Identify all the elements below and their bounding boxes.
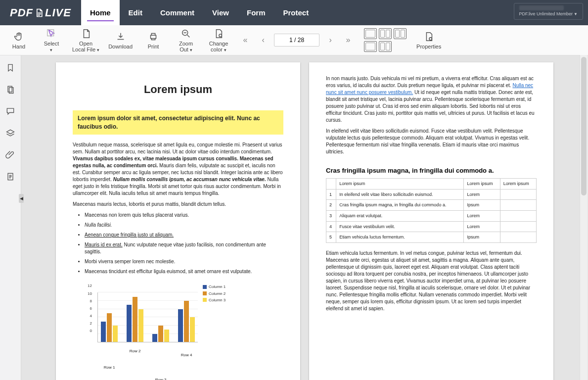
tab-edit[interactable]: Edit (120, 0, 151, 25)
properties-label: Properties (416, 44, 441, 49)
open-file-button[interactable]: Open Local File ▾ (68, 26, 103, 55)
comments-panel-icon[interactable] (5, 106, 16, 117)
change-color-label: Change color ▾ (209, 41, 228, 53)
download-icon (115, 31, 126, 43)
chart-bar (133, 297, 137, 342)
zoom-out-button[interactable]: Zoom Out ▾ (170, 26, 202, 55)
pages-panel-icon[interactable] (5, 84, 16, 95)
cursor-icon (46, 28, 57, 40)
main-tabs: Home Edit Comment View Form Protect (81, 0, 317, 25)
hand-icon (13, 31, 24, 43)
list-item: Nulla facilisi. (85, 222, 283, 229)
chart-bar (101, 322, 106, 342)
member-line: PDF.live Unlimited Member (519, 11, 573, 16)
svg-rect-5 (8, 86, 12, 92)
list-item: Morbi viverra semper lorem nec molestie. (85, 258, 283, 265)
first-page-button[interactable]: « (238, 33, 252, 47)
zoom-out-icon (181, 28, 191, 40)
page-input[interactable] (274, 34, 319, 47)
prev-page-button[interactable]: ‹ (256, 33, 270, 47)
print-label: Print (148, 44, 159, 49)
layout-facing-button[interactable] (379, 28, 392, 39)
tab-protect[interactable]: Protect (274, 0, 318, 25)
app-logo: PDF LIVE (0, 6, 81, 19)
select-tool-button[interactable]: Select▾ (36, 26, 67, 55)
highlighted-paragraph: Lorem ipsum dolor sit amet, consectetur … (73, 110, 283, 135)
logo-text-left: PDF (10, 6, 33, 19)
last-page-button[interactable]: » (341, 33, 355, 47)
svg-point-3 (219, 34, 222, 37)
table-body: 1In eleifend velit vitae libero sollicit… (326, 189, 537, 242)
attachments-panel-icon[interactable] (5, 149, 16, 160)
table-head-row: Lorem ipsumLorem ipsumLorem ipsum (326, 179, 537, 190)
page2-heading: Cras fringilla ipsum magna, in fringilla… (326, 166, 537, 175)
table-row: 2Cras fringilla ipsum magna, in fringill… (326, 200, 537, 211)
chart-y-axis: 121086420 (88, 283, 92, 333)
page2-paragraph-1: In non mauris justo. Duis vehicula mi ve… (326, 75, 537, 124)
layout-cover-facing-button[interactable] (394, 28, 407, 39)
page2-table: Lorem ipsumLorem ipsumLorem ipsum 1In el… (326, 178, 537, 243)
tab-home[interactable]: Home (81, 0, 120, 25)
page-color-icon (213, 28, 224, 40)
toolbar: Hand Select▾ Open Local File ▾ Download … (0, 25, 588, 55)
layout-continuous-button[interactable] (364, 41, 377, 52)
pdf-page-2: In non mauris justo. Duis vehicula mi ve… (309, 62, 553, 380)
properties-icon (423, 31, 434, 43)
chart-bar (152, 334, 157, 342)
open-file-icon (81, 28, 91, 40)
tab-comment[interactable]: Comment (151, 0, 203, 25)
svg-rect-6 (9, 88, 13, 94)
app-header: PDF LIVE Home Edit Comment View Form Pro… (0, 0, 588, 25)
chart-bar (178, 309, 183, 342)
download-button[interactable]: Download (104, 29, 136, 51)
table-row: 5Etiam vehicula luctus fermentum.Ipsum (326, 232, 537, 243)
page1-paragraph-1: Vestibulum neque massa, scelerisque sit … (73, 142, 283, 197)
bookmarks-icon[interactable] (5, 62, 16, 73)
table-row: 1In eleifend velit vitae libero sollicit… (326, 189, 537, 200)
document-viewport[interactable]: Lorem ipsum Lorem ipsum dolor sit amet, … (21, 55, 588, 380)
hand-tool-button[interactable]: Hand (3, 29, 35, 51)
fields-panel-icon[interactable] (5, 171, 16, 182)
table-row: 4Fusce vitae vestibulum velit.Lorem (326, 221, 537, 232)
pdf-page-1: Lorem ipsum Lorem ipsum dolor sit amet, … (56, 62, 300, 380)
layers-panel-icon[interactable] (5, 128, 16, 139)
next-page-button[interactable]: › (323, 33, 337, 47)
chart-bar (164, 330, 169, 342)
page1-paragraph-2: Maecenas mauris lectus, lobortis et puru… (73, 201, 283, 208)
vertical-scrollbar[interactable] (580, 55, 588, 380)
bar-chart: 121086420 Row 1Row 2Row 3Row 4 Column 1C… (73, 283, 283, 342)
tab-view[interactable]: View (203, 0, 238, 25)
layout-single-button[interactable] (364, 28, 377, 39)
print-button[interactable]: Print (137, 29, 169, 51)
list-item: Aenean congue fringilla justo ut aliquam… (85, 232, 283, 238)
chart-bar (184, 301, 189, 342)
page-title: Lorem ipsum (73, 82, 283, 97)
page-layout-buttons (364, 28, 407, 52)
left-sidebar: ◀ (0, 55, 21, 380)
list-item: Maecenas tincidunt est efficitur ligula … (85, 268, 283, 275)
page2-paragraph-3: Etiam vehicula luctus fermentum. In vel … (326, 250, 537, 312)
properties-button[interactable]: Properties (412, 29, 445, 51)
chart-bar (190, 317, 195, 342)
table-row: 3Aliquam erat volutpat.Lorem (326, 210, 537, 221)
print-icon (148, 31, 159, 43)
page-navigator: « ‹ › » (238, 33, 355, 47)
chart-bar (107, 313, 112, 342)
open-label: Open Local File ▾ (72, 41, 99, 53)
inline-link[interactable]: Nulla nec nunc sit amet nunc posuere ves… (326, 83, 533, 95)
download-label: Download (108, 44, 133, 49)
membership-badge[interactable]: PDF.live Unlimited Member▼ (514, 3, 583, 20)
list-item: Mauris id ex erat. Nunc vulputate neque … (85, 241, 283, 255)
chart-bar (127, 305, 132, 342)
sidebar-collapse-handle[interactable]: ◀ (19, 194, 24, 203)
svg-rect-1 (151, 35, 156, 38)
tab-form[interactable]: Form (238, 0, 274, 25)
change-color-button[interactable]: Change color ▾ (203, 26, 234, 55)
scrollbar-thumb[interactable] (581, 57, 587, 195)
zoom-out-label: Zoom Out ▾ (179, 41, 193, 53)
select-label: Select▾ (44, 41, 59, 53)
hand-label: Hand (12, 44, 25, 49)
logo-text-right: LIVE (45, 6, 71, 19)
layout-continuous-facing-button[interactable] (379, 41, 392, 52)
chart-legend: Column 1Column 2Column 3 (203, 283, 226, 304)
